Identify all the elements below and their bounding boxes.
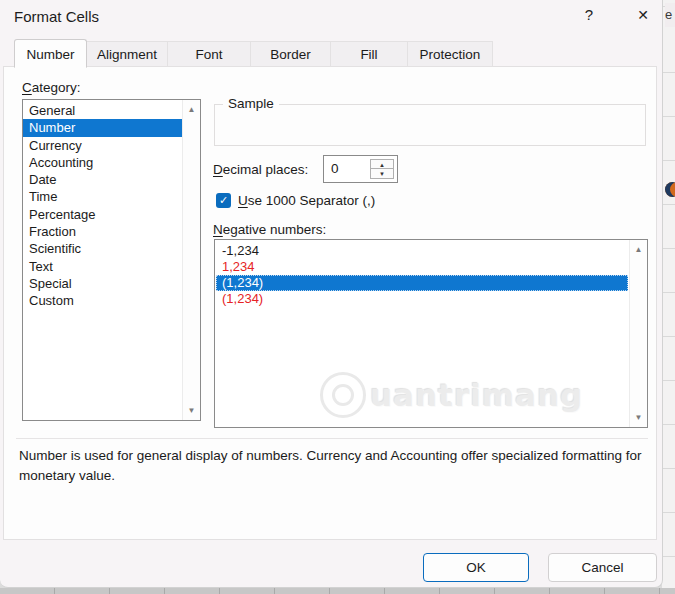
- category-item-scientific[interactable]: Scientific: [23, 240, 182, 257]
- tab-number[interactable]: Number: [14, 39, 87, 68]
- tab-font[interactable]: Font: [167, 41, 251, 67]
- number-tab-page: Category: General Number Currency Accoun…: [3, 66, 657, 540]
- decimal-places-input[interactable]: 0 ▲ ▼: [323, 155, 398, 183]
- category-item-special[interactable]: Special: [23, 275, 182, 292]
- negative-format-option[interactable]: (1,234): [216, 291, 628, 307]
- sample-legend: Sample: [223, 96, 279, 111]
- spin-down-icon[interactable]: ▼: [371, 169, 393, 178]
- tab-strip: Number Alignment Font Border Fill Protec…: [15, 38, 493, 67]
- category-description: Number is used for general display of nu…: [19, 446, 659, 486]
- negative-format-option-selected[interactable]: (1,234): [216, 275, 628, 291]
- divider: [16, 438, 648, 439]
- category-item-custom[interactable]: Custom: [23, 292, 182, 309]
- scroll-down-icon[interactable]: ▼: [630, 413, 647, 422]
- excel-background-bottom: [0, 588, 675, 594]
- quantrimang-watermark: uantrimang: [320, 372, 583, 418]
- tab-protection[interactable]: Protection: [407, 41, 493, 67]
- category-item-general[interactable]: General: [23, 102, 182, 119]
- category-item-number[interactable]: Number: [23, 119, 182, 136]
- spin-up-icon[interactable]: ▲: [371, 160, 393, 169]
- dialog-titlebar: Format Cells ? ✕: [0, 0, 662, 30]
- scroll-up-icon[interactable]: ▲: [630, 245, 647, 254]
- category-item-date[interactable]: Date: [23, 171, 182, 188]
- tab-border[interactable]: Border: [250, 41, 331, 67]
- scroll-up-icon[interactable]: ▲: [183, 105, 200, 114]
- category-listbox[interactable]: General Number Currency Accounting Date …: [22, 99, 201, 421]
- negative-numbers-scrollbar[interactable]: ▲ ▼: [629, 240, 647, 427]
- negative-numbers-listbox[interactable]: -1,234 1,234 (1,234) (1,234) uantrimang …: [214, 239, 648, 428]
- use-1000-separator-label[interactable]: Use 1000 Separator (,): [238, 193, 375, 208]
- use-1000-separator-checkbox[interactable]: ✓: [216, 193, 231, 208]
- category-item-currency[interactable]: Currency: [23, 137, 182, 154]
- category-scrollbar[interactable]: ▲ ▼: [182, 100, 200, 420]
- lightbulb-logo-icon: [320, 372, 366, 418]
- close-icon[interactable]: ✕: [628, 3, 658, 27]
- negative-format-option[interactable]: 1,234: [216, 259, 628, 275]
- tab-fill[interactable]: Fill: [330, 41, 408, 67]
- watermark-text: uantrimang: [370, 377, 583, 413]
- category-item-fraction[interactable]: Fraction: [23, 223, 182, 240]
- format-cells-dialog: Format Cells ? ✕ Number Alignment Font B…: [0, 0, 663, 588]
- category-label: Category:: [22, 80, 81, 95]
- excel-cell-text: e: [665, 3, 675, 27]
- decimal-places-stepper: ▲ ▼: [370, 159, 394, 179]
- category-item-percentage[interactable]: Percentage: [23, 206, 182, 223]
- decimal-places-value[interactable]: 0: [331, 161, 339, 176]
- category-item-accounting[interactable]: Accounting: [23, 154, 182, 171]
- decimal-places-label: Decimal places:: [213, 162, 308, 177]
- dialog-title: Format Cells: [14, 8, 99, 25]
- category-item-time[interactable]: Time: [23, 188, 182, 205]
- scroll-down-icon[interactable]: ▼: [183, 406, 200, 415]
- background-avatar-icon: [665, 182, 675, 197]
- ok-button[interactable]: OK: [423, 553, 529, 582]
- screen: e Format Cells ? ✕ Number Alignment Font…: [0, 0, 675, 594]
- tab-alignment[interactable]: Alignment: [86, 41, 168, 67]
- negative-numbers-label: Negative numbers:: [213, 222, 326, 237]
- help-icon[interactable]: ?: [576, 3, 602, 27]
- sample-groupbox: Sample: [214, 104, 646, 146]
- cancel-button[interactable]: Cancel: [548, 553, 657, 582]
- category-item-text[interactable]: Text: [23, 258, 182, 275]
- excel-background: e: [662, 0, 675, 594]
- negative-format-option[interactable]: -1,234: [216, 243, 628, 259]
